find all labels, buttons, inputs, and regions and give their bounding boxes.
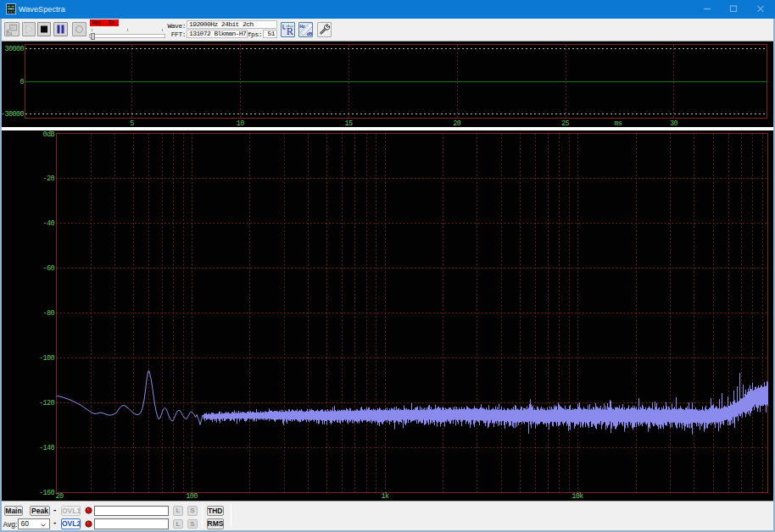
svg-text:-120: -120 bbox=[39, 399, 55, 407]
svg-text:-100: -100 bbox=[39, 354, 55, 363]
svg-text:20: 20 bbox=[55, 492, 64, 501]
svg-text:-40: -40 bbox=[42, 219, 54, 228]
svg-text:30: 30 bbox=[670, 119, 678, 128]
svg-text:20: 20 bbox=[453, 119, 461, 128]
svg-text:10k: 10k bbox=[571, 492, 583, 501]
svg-text:100: 100 bbox=[186, 492, 198, 501]
svg-text:30000: 30000 bbox=[4, 45, 24, 53]
svg-text:-60: -60 bbox=[42, 264, 54, 273]
svg-text:5: 5 bbox=[130, 119, 134, 128]
svg-text:1k: 1k bbox=[381, 492, 389, 501]
svg-text:-30000: -30000 bbox=[2, 110, 24, 119]
svg-text:-160: -160 bbox=[39, 489, 55, 497]
svg-text:25: 25 bbox=[561, 119, 570, 128]
svg-text:15: 15 bbox=[344, 119, 353, 128]
svg-text:dB: dB bbox=[306, 32, 312, 36]
svg-text:-140: -140 bbox=[39, 444, 55, 452]
svg-text:Hz: Hz bbox=[299, 25, 304, 29]
svg-text:-80: -80 bbox=[42, 309, 54, 318]
svg-text:0: 0 bbox=[20, 78, 24, 86]
svg-text:0dB: 0dB bbox=[42, 130, 54, 139]
svg-text:ms: ms bbox=[614, 119, 622, 128]
svg-text:10: 10 bbox=[237, 119, 245, 128]
svg-text:-20: -20 bbox=[42, 175, 54, 183]
svg-text:R: R bbox=[286, 25, 293, 36]
